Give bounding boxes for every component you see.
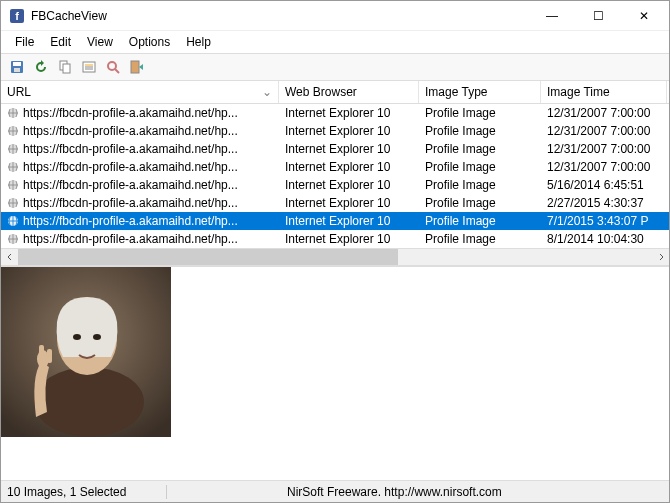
cell-type: Profile Image [419, 196, 541, 210]
column-headers: URL ⌄ Web Browser Image Type Image Time [1, 81, 669, 104]
cell-url: https://fbcdn-profile-a.akamaihd.net/hp.… [1, 160, 279, 174]
cell-type: Profile Image [419, 142, 541, 156]
menu-options[interactable]: Options [121, 33, 178, 51]
svg-rect-4 [14, 68, 20, 72]
sort-icon: ⌄ [262, 85, 272, 99]
column-label: URL [7, 85, 31, 99]
cell-browser: Internet Explorer 10 [279, 232, 419, 246]
status-credits: NirSoft Freeware. http://www.nirsoft.com [167, 485, 663, 499]
cell-browser: Internet Explorer 10 [279, 124, 419, 138]
menubar: File Edit View Options Help [1, 31, 669, 54]
cell-time: 12/31/2007 7:00:00 [541, 124, 667, 138]
preview-image [1, 267, 171, 437]
horizontal-scrollbar[interactable] [1, 248, 669, 265]
column-header-time[interactable]: Image Time [541, 81, 667, 103]
column-label: Web Browser [285, 85, 357, 99]
statusbar: 10 Images, 1 Selected NirSoft Freeware. … [1, 480, 669, 502]
cell-url: https://fbcdn-profile-a.akamaihd.net/hp.… [1, 124, 279, 138]
svg-rect-28 [39, 345, 44, 361]
cell-type: Profile Image [419, 160, 541, 174]
svg-rect-29 [47, 349, 52, 363]
column-header-type[interactable]: Image Type [419, 81, 541, 103]
cell-type: Profile Image [419, 178, 541, 192]
cell-type: Profile Image [419, 232, 541, 246]
close-button[interactable]: ✕ [621, 1, 667, 31]
toolbar [1, 54, 669, 81]
cell-time: 5/16/2014 6:45:51 [541, 178, 667, 192]
column-label: Image Time [547, 85, 610, 99]
table-row[interactable]: https://fbcdn-profile-a.akamaihd.net/hp.… [1, 194, 669, 212]
properties-button[interactable] [79, 57, 99, 77]
cell-browser: Internet Explorer 10 [279, 160, 419, 174]
cell-time: 12/31/2007 7:00:00 [541, 142, 667, 156]
refresh-button[interactable] [31, 57, 51, 77]
cell-type: Profile Image [419, 214, 541, 228]
menu-view[interactable]: View [79, 33, 121, 51]
cell-browser: Internet Explorer 10 [279, 178, 419, 192]
table-row[interactable]: https://fbcdn-profile-a.akamaihd.net/hp.… [1, 158, 669, 176]
svg-text:f: f [15, 10, 19, 22]
cell-url: https://fbcdn-profile-a.akamaihd.net/hp.… [1, 196, 279, 210]
column-label: Image Type [425, 85, 487, 99]
find-button[interactable] [103, 57, 123, 77]
maximize-button[interactable]: ☐ [575, 1, 621, 31]
table-row[interactable]: https://fbcdn-profile-a.akamaihd.net/hp.… [1, 212, 669, 230]
scroll-track[interactable] [18, 249, 652, 266]
table-row[interactable]: https://fbcdn-profile-a.akamaihd.net/hp.… [1, 104, 669, 122]
column-header-url[interactable]: URL ⌄ [1, 81, 279, 103]
svg-point-23 [34, 367, 144, 437]
table-row[interactable]: https://fbcdn-profile-a.akamaihd.net/hp.… [1, 176, 669, 194]
svg-point-26 [93, 334, 101, 340]
window-title: FBCacheView [31, 9, 529, 23]
svg-rect-3 [13, 62, 21, 66]
save-button[interactable] [7, 57, 27, 77]
minimize-icon: — [546, 9, 558, 23]
scroll-thumb[interactable] [18, 249, 398, 266]
cell-time: 12/31/2007 7:00:00 [541, 160, 667, 174]
cell-time: 12/31/2007 7:00:00 [541, 106, 667, 120]
cell-url: https://fbcdn-profile-a.akamaihd.net/hp.… [1, 214, 279, 228]
cell-url: https://fbcdn-profile-a.akamaihd.net/hp.… [1, 142, 279, 156]
svg-point-25 [73, 334, 81, 340]
cell-type: Profile Image [419, 124, 541, 138]
scroll-left-arrow[interactable] [1, 249, 18, 266]
svg-point-11 [108, 62, 116, 70]
cell-type: Profile Image [419, 106, 541, 120]
cell-url: https://fbcdn-profile-a.akamaihd.net/hp.… [1, 178, 279, 192]
menu-edit[interactable]: Edit [42, 33, 79, 51]
table-row[interactable]: https://fbcdn-profile-a.akamaihd.net/hp.… [1, 122, 669, 140]
table-row[interactable]: https://fbcdn-profile-a.akamaihd.net/hp.… [1, 230, 669, 248]
cell-url: https://fbcdn-profile-a.akamaihd.net/hp.… [1, 106, 279, 120]
cell-url: https://fbcdn-profile-a.akamaihd.net/hp.… [1, 232, 279, 246]
cell-browser: Internet Explorer 10 [279, 106, 419, 120]
cell-browser: Internet Explorer 10 [279, 214, 419, 228]
cell-time: 7/1/2015 3:43:07 P [541, 214, 667, 228]
status-selection: 10 Images, 1 Selected [7, 485, 167, 499]
copy-button[interactable] [55, 57, 75, 77]
scroll-right-arrow[interactable] [652, 249, 669, 266]
menu-file[interactable]: File [7, 33, 42, 51]
rows-container: https://fbcdn-profile-a.akamaihd.net/hp.… [1, 104, 669, 248]
close-icon: ✕ [639, 9, 649, 23]
svg-rect-6 [63, 64, 70, 73]
titlebar: f FBCacheView — ☐ ✕ [1, 1, 669, 31]
minimize-button[interactable]: — [529, 1, 575, 31]
exit-button[interactable] [127, 57, 147, 77]
svg-rect-13 [131, 61, 139, 73]
svg-line-12 [115, 69, 119, 73]
column-header-browser[interactable]: Web Browser [279, 81, 419, 103]
preview-pane [1, 265, 669, 480]
maximize-icon: ☐ [593, 9, 604, 23]
menu-help[interactable]: Help [178, 33, 219, 51]
table-row[interactable]: https://fbcdn-profile-a.akamaihd.net/hp.… [1, 140, 669, 158]
cell-browser: Internet Explorer 10 [279, 196, 419, 210]
app-icon: f [9, 8, 25, 24]
cell-time: 2/27/2015 4:30:37 [541, 196, 667, 210]
listview: URL ⌄ Web Browser Image Type Image Time … [1, 81, 669, 265]
cell-browser: Internet Explorer 10 [279, 142, 419, 156]
cell-time: 8/1/2014 10:04:30 [541, 232, 667, 246]
